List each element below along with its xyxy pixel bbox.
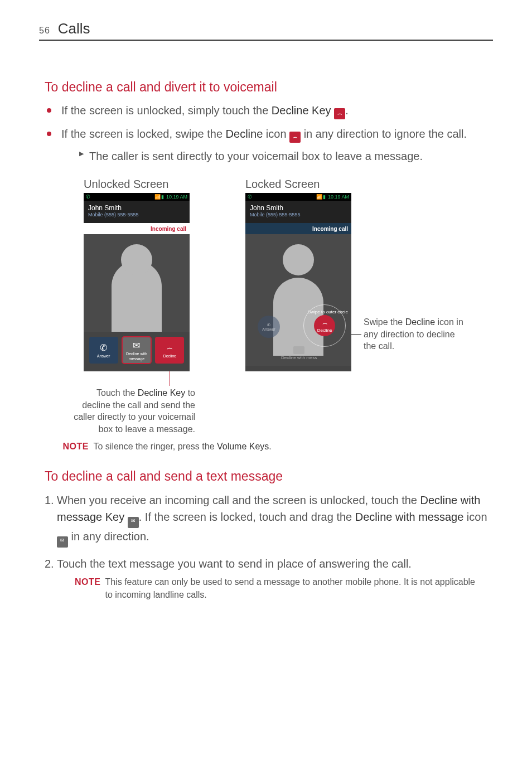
phone-screenshot-locked: ✆ 📶▮ 10:19 AM John Smith Mobile (555) 55… [245,193,351,371]
status-bar: ✆ 📶▮ 10:19 AM [84,193,190,201]
note-mobile-only: NOTE This feature can only be used to se… [75,575,493,601]
caller-name: John Smith [88,204,185,212]
decline-with-message-button[interactable]: ✉ Decline with message [122,337,151,364]
figure-label-unlocked: Unlocked Screen [84,178,168,191]
text: When you receive an incoming call and th… [57,494,420,506]
step-number: 2. [45,555,54,572]
unlocked-caption: Touch the Decline Key to decline the cal… [67,387,195,435]
numbered-list: 1. When you receive an incoming call and… [39,492,493,601]
decline-key-icon: ⌢ [334,108,345,119]
phone-down-icon: ⌢ [167,343,173,353]
step-item: 2. Touch the text message you want to se… [45,555,493,601]
phone-icon: ✆ [100,342,107,353]
step-number: 1. [45,492,54,509]
contact-photo-area: Swipe to outer circle ✆ Answer ⌢ Decline [245,234,351,366]
call-button-row: ✆ Answer ✉ Decline with message ⌢ Declin… [84,337,190,364]
leader-line [351,334,361,335]
phone-status-icon: ✆ [86,194,90,200]
answer-swipe-target[interactable]: ✆ Answer [258,316,280,338]
decline-label: Decline [317,328,332,333]
caller-info: John Smith Mobile (555) 555-5555 [84,201,190,223]
leader-line [170,371,170,386]
answer-label: Answer [97,354,110,358]
locked-caption: Swipe the Decline icon in any direction … [364,316,470,352]
answer-label: Answer [262,327,275,331]
message-icon [293,346,304,354]
section-title-decline-text: To decline a call and send a text messag… [45,469,493,484]
bullet-item: If the screen is unlocked, simply touch … [45,103,493,119]
text: in any direction. [71,530,149,543]
decline-with-message-icon: ✉ [57,536,68,548]
msg-label-2: message [129,357,144,361]
text: If the screen is locked, swipe the [61,128,226,140]
text: icon [467,511,487,523]
caller-number: Mobile (555) 555-5555 [88,212,185,217]
bullet-item: If the screen is locked, swipe the Decli… [45,126,493,164]
caller-info: John Smith Mobile (555) 555-5555 [245,201,351,223]
step-item: 1. When you receive an incoming call and… [45,492,493,548]
answer-button[interactable]: ✆ Answer [89,337,118,364]
phone-screenshot-unlocked: ✆ 📶▮ 10:19 AM John Smith Mobile (555) 55… [84,193,190,371]
contact-photo-area [84,234,190,332]
decline-button[interactable]: ⌢ Decline [155,337,184,364]
decline-with-message-swipe-target[interactable]: Decline with mess [281,346,317,360]
text: If the screen is unlocked, simply touch … [61,104,272,117]
incoming-call-banner: Incoming call [84,223,190,234]
header-title: Calls [58,20,90,37]
figure-row: Unlocked Screen ✆ 📶▮ 10:19 AM John Smith… [84,178,493,435]
status-time: 10:19 AM [328,194,349,200]
section-title-decline-voicemail: To decline a call and divert it to voice… [45,80,493,95]
figure-locked: Locked Screen ✆ 📶▮ 10:19 AM John Smith M… [245,178,351,371]
status-time: 10:19 AM [166,194,187,200]
note-label: NOTE [62,442,88,451]
decline-with-message-text: Decline with message [355,511,464,523]
phone-status-icon: ✆ [248,194,252,200]
locked-annotation: Swipe the Decline icon in any direction … [351,316,470,352]
phone-icon: ✆ [267,323,270,327]
text: in any direction to ignore the call. [304,128,467,140]
note-label: NOTE [75,575,100,601]
text: icon [266,128,289,140]
note-text: To silence the ringer, press the [94,442,217,451]
note-silence-ringer: NOTE To silence the ringer, press the Vo… [60,440,493,453]
manual-page: 56 Calls To decline a call and divert it… [0,0,532,765]
text: . If the screen is locked, touch and dra… [139,511,355,523]
page-number: 56 [39,26,50,36]
incoming-call-banner: Incoming call [245,223,351,234]
status-bar: ✆ 📶▮ 10:19 AM [245,193,351,201]
text: Touch the text message you want to send … [57,558,412,570]
silhouette-head [121,244,152,275]
caller-number: Mobile (555) 555-5555 [250,212,347,217]
phone-down-icon: ⌢ [322,318,327,328]
message-icon: ✉ [133,340,140,351]
figure-label-locked: Locked Screen [245,178,320,191]
figure-unlocked: Unlocked Screen ✆ 📶▮ 10:19 AM John Smith… [84,178,195,435]
msg-faint-label: Decline with mess [281,355,317,360]
decline-swipe-target[interactable]: ⌢ Decline [314,315,335,336]
silhouette-head [283,244,314,275]
decline-text: Decline [226,128,263,140]
wifi-signal-battery-icons: 📶▮ [316,194,326,200]
wifi-signal-battery-icons: 📶▮ [154,194,165,200]
decline-key-text: Decline Key [272,104,331,117]
decline-with-message-key-icon: ✉ [128,517,139,528]
decline-swipe-ring[interactable]: ⌢ Decline [303,304,346,347]
bullet-list: If the screen is unlocked, simply touch … [39,103,493,164]
page-header: 56 Calls [39,20,493,41]
decline-label: Decline [163,354,176,358]
caller-name: John Smith [250,204,347,212]
note-text: This feature can only be used to send a … [105,575,493,601]
sub-item: The caller is sent directly to your voic… [79,148,493,164]
text: . [345,104,349,117]
msg-label-1: Decline with [126,352,147,356]
figure-locked-wrap: Locked Screen ✆ 📶▮ 10:19 AM John Smith M… [245,178,470,371]
sub-list: The caller is sent directly to your voic… [61,148,493,164]
volume-keys-text: Volume Keys [217,442,269,451]
decline-swipe-icon: ⌢ [289,132,301,143]
